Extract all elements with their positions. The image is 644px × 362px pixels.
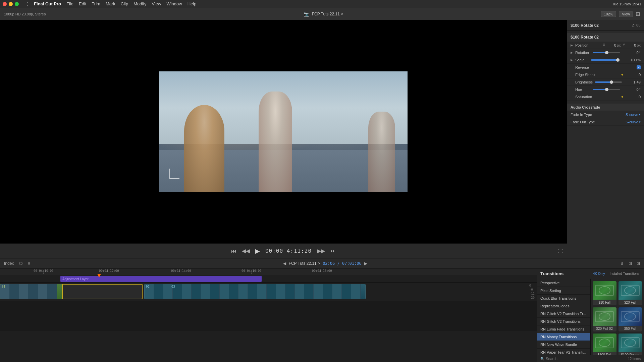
menu-mark[interactable]: Mark xyxy=(106,1,115,6)
brightness-param: Brightness 1.49 xyxy=(567,78,644,86)
skip-back-button[interactable]: ⏮ xyxy=(231,248,236,254)
thumbnail-100-fall xyxy=(593,334,616,352)
bill-oval-5 xyxy=(599,339,610,347)
transition-card-100-rotate[interactable]: $100 Rotate xyxy=(619,334,642,355)
category-rn-new-wave[interactable]: RN New Wave Bundle xyxy=(537,341,590,349)
transition-card-100-fall[interactable]: $100 Fall xyxy=(593,334,616,355)
menu-help[interactable]: Help xyxy=(187,1,197,6)
zoom-to-fit-button[interactable]: ⊡ xyxy=(635,260,641,266)
fade-in-dropdown-icon[interactable]: ▾ xyxy=(639,113,641,116)
y-label: Y xyxy=(623,43,625,47)
search-input[interactable] xyxy=(546,357,627,361)
audio-lanes-button[interactable]: ≡ xyxy=(26,260,32,266)
category-replicator[interactable]: Replicator/Clones xyxy=(537,302,590,310)
transition-card-10-fall[interactable]: $10 Fall xyxy=(593,281,616,305)
apple-menu[interactable]:  xyxy=(27,1,29,7)
menu-edit[interactable]: Edit xyxy=(79,1,86,6)
rotation-disclosure[interactable]: ▶ xyxy=(571,51,575,54)
play-button[interactable]: ▶ xyxy=(255,247,260,255)
category-quick-blur[interactable]: Quick Blur Transitions xyxy=(537,295,590,302)
snapping-button[interactable]: ⊡ xyxy=(627,260,633,266)
step-back-button[interactable]: ◀◀ xyxy=(242,248,250,254)
scale-value[interactable]: 100 xyxy=(620,58,637,62)
search-row: 🔍 12 items xyxy=(537,355,644,362)
scale-disclosure[interactable]: ▶ xyxy=(571,58,575,62)
menu-window[interactable]: Window xyxy=(166,1,182,6)
minimize-button[interactable] xyxy=(9,2,13,6)
menu-view[interactable]: View xyxy=(152,1,161,6)
scale-slider[interactable] xyxy=(591,59,618,61)
video-clip-1[interactable]: 01 xyxy=(0,284,62,299)
audio-meter-button[interactable]: 🎚 xyxy=(619,260,625,266)
saturation-value[interactable]: 0 xyxy=(624,95,641,99)
position-label: Position xyxy=(575,43,603,47)
fade-out-type-row: Fade Out Type S-curve ▾ xyxy=(567,118,644,126)
clip-appearance-button[interactable]: ⬡ xyxy=(18,260,24,266)
brightness-slider[interactable] xyxy=(595,81,622,83)
close-button[interactable] xyxy=(3,2,7,6)
next-chapter[interactable]: ▶ xyxy=(364,261,367,266)
transition-card-20-fall[interactable]: $20 Fall xyxy=(619,281,642,305)
step-forward-button[interactable]: ▶▶ xyxy=(317,248,325,254)
inspector-panel: $100 Rotate 02 2:06 $100 Rotate 02 ▶ Pos… xyxy=(567,20,644,258)
transition-card-20-fall-02[interactable]: $20 Fall 02 xyxy=(593,307,616,331)
rotation-label: Rotation xyxy=(575,51,591,55)
menu-file[interactable]: File xyxy=(66,1,73,6)
transition-card-50-fall[interactable]: $50 Fall xyxy=(619,307,642,331)
position-y-value[interactable]: 0 xyxy=(626,43,636,47)
position-x-value[interactable]: 0 xyxy=(606,43,616,47)
fade-in-type-value[interactable]: S-curve xyxy=(626,113,638,117)
card-label-100-rotate: $100 Rotate xyxy=(619,352,642,355)
fade-out-dropdown-icon[interactable]: ▾ xyxy=(639,120,641,124)
category-perspective[interactable]: Perspective xyxy=(537,279,590,287)
gap-clip[interactable] xyxy=(62,284,143,299)
prev-chapter[interactable]: ◀ xyxy=(283,261,286,266)
skip-forward-button[interactable]: ⏭ xyxy=(330,248,336,254)
scale-unit: % xyxy=(637,58,641,62)
category-rn-glitch-v2-fr[interactable]: RN Glitch V2 Transition Fr... xyxy=(537,310,590,318)
category-rn-luma-fade[interactable]: RN Luma Fade Transitions xyxy=(537,325,590,333)
menu-modify[interactable]: Modify xyxy=(133,1,146,6)
video-clip-2[interactable]: 02 03 xyxy=(144,284,366,299)
hue-value[interactable]: 0 xyxy=(622,87,639,92)
index-tab[interactable]: Index xyxy=(3,260,15,266)
category-rn-paper-tear-1[interactable]: RN Paper Tear V2 Transiti... xyxy=(537,349,590,355)
menu-clip[interactable]: Clip xyxy=(121,1,128,6)
project-label[interactable]: FCP Tuts 22.11 > xyxy=(289,261,320,266)
fade-out-type-value[interactable]: S-curve xyxy=(626,120,638,124)
ruler-mark-2: 00:04:12:00 xyxy=(99,269,119,274)
position-disclosure[interactable]: ▶ xyxy=(571,44,575,47)
ruler-mark-1: 00:04:10:00 xyxy=(34,269,54,274)
zoom-dropdown[interactable]: 102% xyxy=(601,11,616,17)
category-rn-glitch-v2[interactable]: RN Glitch V2 Transitions xyxy=(537,318,590,325)
reverse-checkbox[interactable]: ✓ xyxy=(637,65,641,69)
audio-track-1 xyxy=(0,301,537,311)
filter-4k-only[interactable]: 4K Only xyxy=(592,272,606,276)
hue-slider[interactable] xyxy=(593,89,620,90)
saturation-keyframe-icon[interactable]: ◆ xyxy=(621,95,623,98)
ruler-mark-3: 00:04:14:00 xyxy=(171,269,191,274)
timeline-center: ◀ FCP Tuts 22.11 > 02:06 / 07:01:06 ▶ xyxy=(34,261,616,266)
rotation-slider[interactable] xyxy=(593,52,620,53)
app-name[interactable]: Final Cut Pro xyxy=(34,1,61,6)
maximize-button[interactable] xyxy=(15,2,19,6)
inspector-icon[interactable]: ⊞ xyxy=(636,11,640,17)
section-divider xyxy=(567,102,644,102)
rotation-value[interactable]: 0 xyxy=(622,51,639,55)
category-rn-money[interactable]: RN Money Transitions xyxy=(537,333,590,341)
edge-shrink-keyframe-icon[interactable]: ◆ xyxy=(621,73,623,76)
category-pixel-sorting[interactable]: Pixel Sorting xyxy=(537,287,590,295)
fullscreen-button[interactable]: ⛶ xyxy=(558,248,563,254)
adjustment-layer-clip[interactable]: Adjustment Layer xyxy=(60,276,262,282)
menu-trim[interactable]: Trim xyxy=(92,1,100,6)
view-dropdown[interactable]: View xyxy=(619,11,633,17)
rotation-param: ▶ Rotation 0 ° xyxy=(567,49,644,56)
x-label: X xyxy=(603,43,605,47)
ruler-mark-4: 00:04:16:00 xyxy=(241,269,262,274)
filter-installed[interactable]: Installed Transitions xyxy=(608,272,641,276)
project-name[interactable]: FCP Tuts 22.11 > xyxy=(312,12,343,16)
edge-shrink-value[interactable]: 0 xyxy=(624,73,641,77)
timeline-body: 00:04:10:00 00:04:12:00 00:04:14:00 00:0… xyxy=(0,268,644,362)
inspector-timecode: 2:06 xyxy=(632,23,641,27)
brightness-value[interactable]: 1.49 xyxy=(624,80,641,84)
